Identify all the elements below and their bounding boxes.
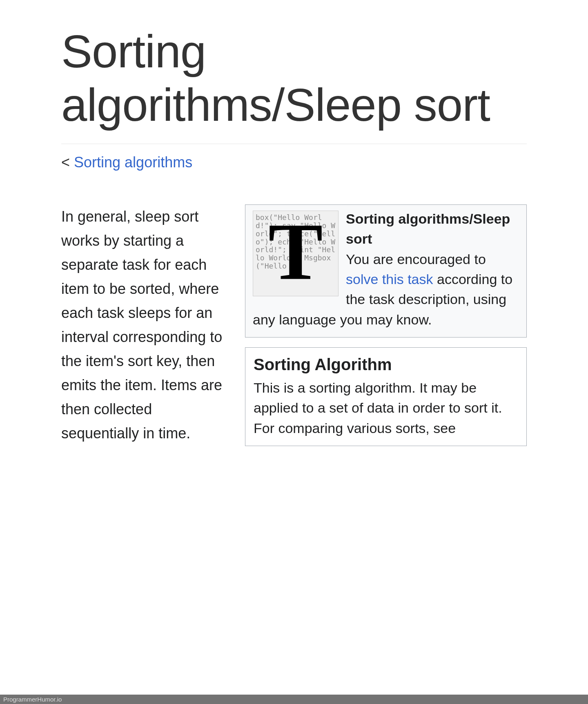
watermark: ProgrammerHumor.io (0, 695, 588, 704)
letter-t-icon: T (268, 211, 323, 293)
task-t-icon: box("Hello World!"); say "Hello World"; … (253, 211, 339, 296)
infobox-text-before: You are encouraged to (346, 251, 486, 267)
page-title: Sorting algorithms/Sleep sort (61, 24, 527, 131)
solve-task-link[interactable]: solve this task (346, 271, 433, 287)
algorithm-box-title: Sorting Algorithm (254, 353, 518, 376)
content-row: In general, sleep sort works by starting… (61, 204, 527, 446)
main-paragraph: In general, sleep sort works by starting… (61, 204, 229, 445)
task-infobox: box("Hello World!"); say "Hello World"; … (245, 204, 527, 338)
breadcrumb: < Sorting algorithms (61, 154, 527, 171)
algorithm-box-body: This is a sorting algorithm. It may be a… (254, 378, 518, 438)
title-divider (61, 144, 527, 144)
side-column: box("Hello World!"); say "Hello World"; … (245, 204, 527, 446)
algorithm-box: Sorting Algorithm This is a sorting algo… (245, 347, 527, 446)
infobox-title: Sorting algorithms/Sleep sort (346, 211, 510, 247)
breadcrumb-prefix: < (61, 154, 74, 171)
breadcrumb-link[interactable]: Sorting algorithms (74, 154, 192, 171)
